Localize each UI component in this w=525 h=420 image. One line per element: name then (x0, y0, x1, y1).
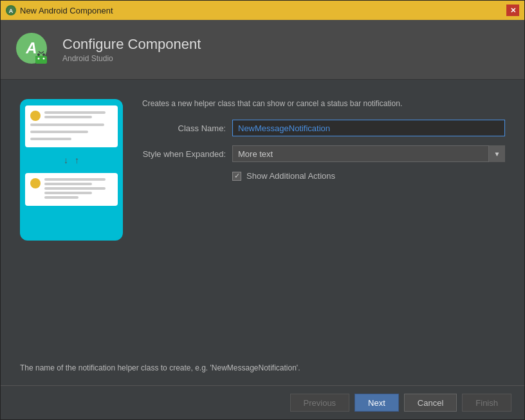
dialog-window: A New Android Component ✕ A (0, 0, 525, 420)
class-name-row: Class Name: (142, 120, 505, 136)
hint-section: The name of the notification helper clas… (1, 357, 524, 385)
cancel-button[interactable]: Cancel (404, 394, 457, 412)
notif-header (30, 111, 113, 121)
down-arrow-icon: ↓ (64, 155, 68, 165)
close-button[interactable]: ✕ (506, 5, 519, 16)
class-name-input[interactable] (232, 120, 505, 136)
style-select[interactable]: More text Big Picture Inbox None (232, 145, 505, 162)
svg-text:A: A (9, 8, 14, 14)
notif2-line-5 (44, 196, 78, 199)
notif2-icon (30, 178, 41, 188)
dialog-header: A Configure Component Android Studio (1, 20, 524, 80)
header-logo: A (14, 30, 52, 69)
notif-icon (30, 111, 41, 121)
description-text: Creates a new helper class that can show… (142, 99, 505, 108)
next-button[interactable]: Next (355, 394, 399, 412)
notif2-header (30, 178, 113, 201)
svg-point-10 (38, 58, 40, 60)
style-select-wrapper: More text Big Picture Inbox None ▼ (232, 145, 505, 162)
title-bar: A New Android Component ✕ (1, 1, 524, 20)
phone-preview: ↓ ↑ (20, 99, 123, 241)
up-arrow-icon: ↑ (75, 155, 79, 165)
notif-line-1 (44, 111, 106, 114)
notif-lines (44, 111, 113, 120)
style-row: Style when Expanded: More text Big Pictu… (142, 145, 505, 162)
notif-line-2 (44, 116, 92, 118)
notif2-line-2 (44, 183, 92, 185)
previous-button[interactable]: Previous (290, 394, 350, 412)
notification-card-collapsed (25, 173, 118, 206)
checkbox-row: ✓ Show Additional Actions (142, 171, 505, 181)
notif2-line-1 (44, 178, 106, 181)
hint-text: The name of the notification helper clas… (20, 363, 505, 372)
svg-text:A: A (25, 39, 37, 57)
logo-svg: A (14, 30, 52, 69)
header-subtitle: Android Studio (62, 54, 201, 63)
notif-text-line-3 (30, 138, 71, 140)
checkbox-label: Show Additional Actions (246, 171, 335, 181)
show-additional-actions-checkbox[interactable]: ✓ (232, 172, 241, 181)
notif2-line-4 (44, 192, 92, 194)
dialog-title: New Android Component (20, 6, 113, 15)
notif-arrows: ↓ ↑ (25, 152, 118, 168)
header-title: Configure Component (62, 36, 201, 53)
svg-point-6 (42, 53, 45, 56)
notif2-line-3 (44, 187, 106, 190)
form-section: Creates a new helper class that can show… (142, 93, 505, 357)
svg-rect-9 (35, 56, 47, 64)
notification-card-expanded (25, 105, 118, 147)
middle-row: ↓ ↑ (1, 80, 524, 357)
app-icon: A (6, 5, 16, 15)
notif2-lines (44, 178, 113, 201)
notif-text-line-2 (30, 131, 88, 133)
svg-point-11 (43, 58, 45, 60)
class-name-label: Class Name: (142, 123, 226, 133)
svg-point-5 (37, 53, 40, 56)
notif-text-line-1 (30, 123, 104, 126)
style-label: Style when Expanded: (142, 149, 226, 159)
finish-button[interactable]: Finish (462, 394, 511, 412)
buttons-bar: Previous Next Cancel Finish (1, 385, 524, 419)
title-bar-left: A New Android Component (6, 5, 113, 15)
header-text: Configure Component Android Studio (62, 36, 201, 63)
content-area: ↓ ↑ (1, 80, 524, 385)
checkmark-icon: ✓ (234, 172, 240, 179)
